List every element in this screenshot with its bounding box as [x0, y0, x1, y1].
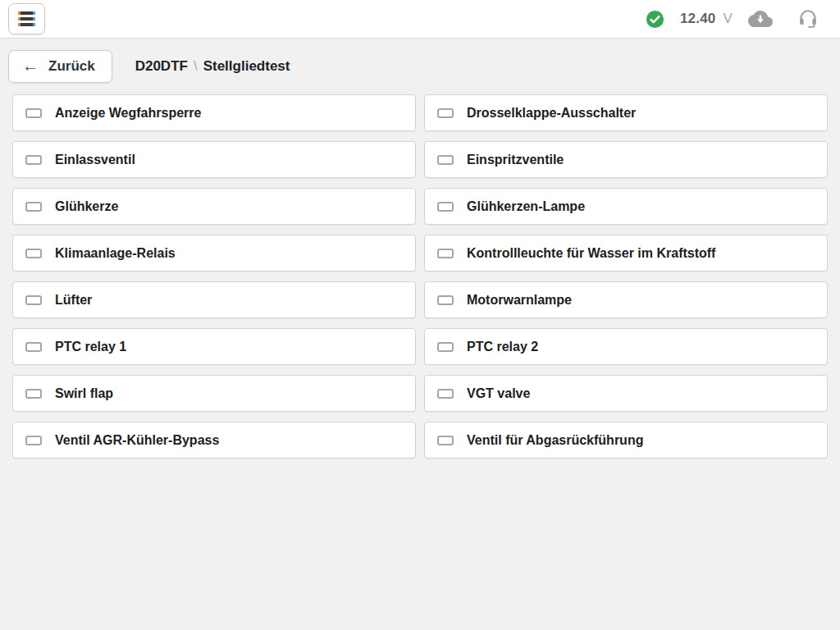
actuator-test-item[interactable]: Kontrollleuchte für Wasser im Kraftstoff [424, 235, 828, 272]
actuator-test-label: Einspritzventile [467, 153, 564, 167]
relay-icon [25, 389, 42, 399]
actuator-test-item[interactable]: Glühkerze [12, 188, 416, 225]
actuator-test-item[interactable]: Swirl flap [12, 375, 416, 412]
actuator-test-item[interactable]: Einlassventil [12, 141, 416, 178]
top-header-bar: 12.40 V [0, 0, 840, 39]
headset-icon[interactable] [797, 8, 819, 30]
actuator-test-item[interactable]: Ventil AGR-Kühler-Bypass [12, 422, 416, 459]
relay-icon [25, 295, 42, 305]
actuator-test-label: Ventil AGR-Kühler-Bypass [55, 433, 219, 448]
relay-icon [25, 342, 42, 352]
actuator-test-label: Glühkerze [55, 199, 118, 214]
voltage-value: 12.40 [680, 11, 716, 26]
actuator-test-item[interactable]: PTC relay 2 [424, 328, 828, 365]
actuator-test-item[interactable]: Einspritzventile [424, 141, 828, 178]
toolbar: ← Zurück D20DTF\Stellgliedtest [8, 50, 832, 83]
breadcrumb: D20DTF\Stellgliedtest [135, 58, 290, 75]
actuator-test-item[interactable]: Motorwarnlampe [424, 281, 828, 318]
actuator-test-item[interactable]: Drosselklappe-Ausschalter [424, 94, 828, 131]
status-ok-icon [646, 10, 664, 29]
relay-icon [25, 436, 42, 445]
relay-icon [25, 108, 42, 118]
actuator-test-label: Swirl flap [55, 386, 113, 401]
relay-icon [437, 295, 454, 305]
relay-icon [25, 249, 42, 258]
relay-icon [437, 108, 454, 118]
actuator-test-label: Lüfter [55, 293, 92, 308]
breadcrumb-page: Stellgliedtest [203, 58, 290, 74]
actuator-test-item[interactable]: Anzeige Wegfahrsperre [12, 94, 416, 131]
breadcrumb-separator: \ [194, 58, 198, 74]
actuator-test-item[interactable]: VGT valve [424, 375, 828, 412]
actuator-test-label: Klimaanlage-Relais [55, 246, 176, 261]
relay-icon [437, 342, 454, 352]
actuator-test-item[interactable]: Klimaanlage-Relais [12, 235, 416, 272]
actuator-test-label: Motorwarnlampe [467, 293, 572, 308]
relay-icon [25, 155, 42, 165]
relay-icon [437, 202, 454, 212]
actuator-test-label: Ventil für Abgasrückführung [467, 433, 643, 448]
actuator-test-label: Anzeige Wegfahrsperre [55, 106, 201, 121]
actuator-test-label: PTC relay 1 [55, 340, 126, 354]
actuator-test-label: Einlassventil [55, 153, 135, 167]
back-button[interactable]: ← Zurück [8, 50, 112, 83]
cloud-download-icon[interactable] [748, 10, 773, 28]
relay-icon [437, 436, 454, 445]
actuator-test-item[interactable]: Glühkerzen-Lampe [424, 188, 828, 225]
battery-voltage: 12.40 V [680, 11, 733, 27]
status-cluster: 12.40 V [646, 8, 819, 30]
actuator-test-item[interactable]: Ventil für Abgasrückführung [424, 422, 828, 459]
voltage-unit: V [723, 11, 733, 26]
actuator-test-item[interactable]: PTC relay 1 [12, 328, 416, 365]
actuator-test-item[interactable]: Lüfter [12, 281, 416, 318]
menu-button[interactable] [8, 3, 45, 34]
actuator-test-label: PTC relay 2 [467, 340, 538, 354]
actuator-test-label: VGT valve [467, 386, 530, 401]
relay-icon [437, 389, 454, 399]
relay-icon [437, 249, 454, 258]
actuator-test-label: Kontrollleuchte für Wasser im Kraftstoff [467, 246, 715, 261]
back-arrow-icon: ← [22, 57, 39, 74]
breadcrumb-vehicle: D20DTF [135, 58, 188, 74]
actuator-test-grid: Anzeige Wegfahrsperre Drosselklappe-Auss… [12, 94, 828, 459]
hamburger-icon [18, 11, 35, 15]
back-button-label: Zurück [48, 58, 95, 75]
relay-icon [437, 155, 454, 165]
actuator-test-label: Glühkerzen-Lampe [467, 199, 585, 214]
relay-icon [25, 202, 42, 212]
actuator-test-label: Drosselklappe-Ausschalter [467, 106, 636, 121]
